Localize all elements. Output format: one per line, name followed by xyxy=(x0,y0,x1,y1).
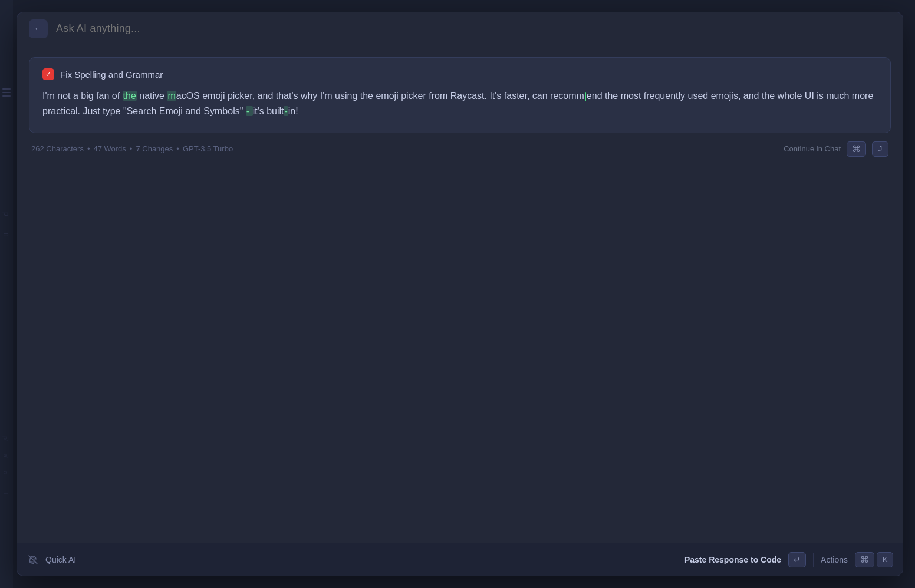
bell-slash-icon xyxy=(28,554,38,565)
continue-in-chat-label: Continue in Chat xyxy=(784,144,841,153)
sidebar-lines xyxy=(2,88,11,97)
k-key: K xyxy=(877,552,893,567)
bottom-left: Quick AI xyxy=(27,553,76,566)
command-title: Fix Spelling and Grammar xyxy=(60,70,163,80)
sidebar-partial-text-p2: p' xyxy=(2,436,9,441)
j-key: J xyxy=(872,141,888,157)
dot-1: • xyxy=(87,144,90,153)
sidebar-partial-text-o: o| xyxy=(2,471,9,476)
quick-ai-icon xyxy=(27,553,40,566)
cursor xyxy=(585,92,586,101)
quick-ai-label: Quick AI xyxy=(45,555,76,564)
result-card: ✓ Fix Spelling and Grammar I'm not a big… xyxy=(29,57,891,133)
paste-response-label: Paste Response to Code xyxy=(684,555,781,564)
back-button[interactable]: ← xyxy=(29,19,48,38)
back-arrow-icon: ← xyxy=(34,24,43,34)
cmd-key-actions: ⌘ xyxy=(855,552,874,567)
highlight-m1: m xyxy=(167,91,176,101)
raycast-window: ← ✓ Fix Spelling and Grammar I'm not a b… xyxy=(17,12,903,576)
header: ← xyxy=(17,12,903,45)
result-text: I'm not a big fan of the native macOS em… xyxy=(42,88,877,120)
check-icon: ✓ xyxy=(45,70,51,78)
sidebar-partial-text-a: a' xyxy=(2,454,9,458)
dot-3: • xyxy=(176,144,179,153)
highlight-dash: - xyxy=(246,106,253,116)
stats-left: 262 Characters • 47 Words • 7 Changes • … xyxy=(31,144,233,153)
sidebar xyxy=(0,0,13,588)
sidebar-line xyxy=(2,88,11,90)
sidebar-partial-text-n: n xyxy=(2,233,11,237)
command-icon: ✓ xyxy=(42,68,54,80)
stats-bar: 262 Characters • 47 Words • 7 Changes • … xyxy=(29,133,891,165)
change-count: 7 Changes xyxy=(136,144,173,153)
bottom-right: Paste Response to Code ↵ Actions ⌘ K xyxy=(684,552,893,567)
bottom-bar: Quick AI Paste Response to Code ↵ Action… xyxy=(17,543,903,576)
actions-shortcut: ⌘ K xyxy=(855,552,893,567)
character-count: 262 Characters xyxy=(31,144,84,153)
search-input[interactable] xyxy=(56,22,891,35)
dot-2: • xyxy=(130,144,133,153)
sidebar-partial-text-p: p xyxy=(2,212,11,216)
enter-key: ↵ xyxy=(788,552,806,567)
cmd-symbol: ⌘ xyxy=(852,144,861,154)
content-area: ✓ Fix Spelling and Grammar I'm not a big… xyxy=(17,45,903,543)
stats-right: Continue in Chat ⌘ J xyxy=(784,141,888,157)
sidebar-line xyxy=(2,92,11,93)
cmd-key: ⌘ xyxy=(847,141,866,157)
cmd-symbol-actions: ⌘ xyxy=(860,554,869,565)
vertical-divider xyxy=(813,553,814,567)
sidebar-line xyxy=(2,95,11,97)
model-name: GPT-3.5 Turbo xyxy=(183,144,233,153)
highlight-the: the xyxy=(123,91,137,101)
highlight-hyphen: - xyxy=(284,106,288,116)
enter-symbol: ↵ xyxy=(794,555,801,564)
actions-label: Actions xyxy=(821,555,848,564)
word-count: 47 Words xyxy=(93,144,126,153)
card-header: ✓ Fix Spelling and Grammar xyxy=(42,68,877,80)
sidebar-partial-text-l: l xyxy=(2,493,9,494)
